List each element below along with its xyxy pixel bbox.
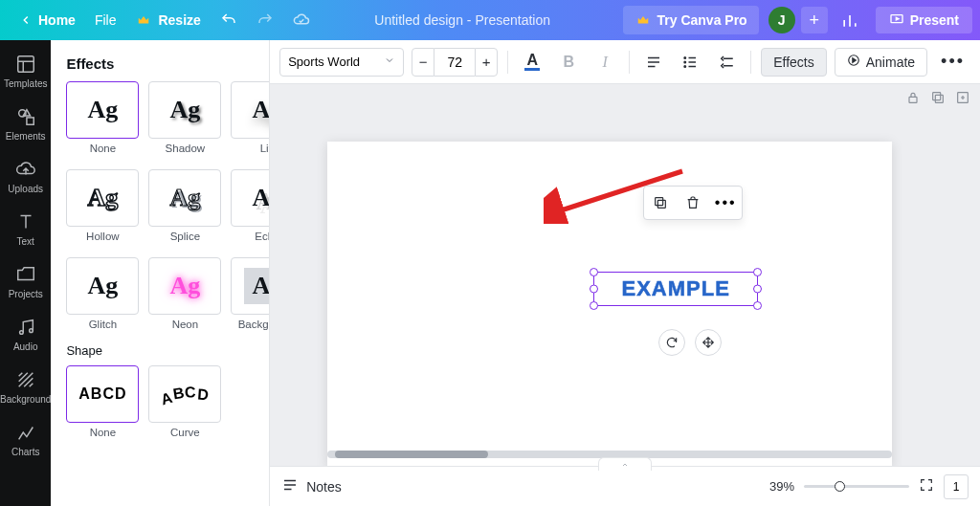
svg-rect-17	[656, 198, 663, 206]
chevron-down-icon	[384, 55, 395, 69]
rail-audio[interactable]: Audio	[0, 309, 51, 362]
font-size-increase[interactable]: +	[475, 48, 498, 77]
home-label: Home	[38, 12, 76, 28]
fullscreen-icon[interactable]	[919, 477, 934, 496]
effect-glitch[interactable]: Ag	[66, 257, 139, 315]
slide[interactable]: ••• EXAMPLE	[327, 142, 892, 466]
svg-rect-4	[27, 118, 33, 124]
svg-point-7	[684, 56, 686, 58]
shape-curve[interactable]: ABCD	[148, 365, 221, 423]
expand-pages-handle[interactable]	[598, 457, 652, 471]
duplicate-button[interactable]	[644, 187, 677, 219]
insights-button[interactable]	[834, 4, 866, 36]
resize-handle-sw[interactable]	[590, 301, 598, 310]
move-button[interactable]	[695, 329, 722, 356]
invite-button[interactable]: +	[801, 7, 828, 33]
zoom-percent[interactable]: 39%	[758, 479, 794, 494]
canvas-viewport[interactable]: ••• EXAMPLE	[270, 84, 980, 466]
svg-marker-1	[896, 17, 899, 20]
duplicate-page-icon[interactable]	[930, 90, 946, 109]
effect-echo[interactable]: Ag	[231, 169, 270, 227]
rail-uploads[interactable]: Uploads	[0, 151, 51, 204]
ellipsis-icon: •••	[715, 194, 737, 211]
effects-panel: Effects Ag None Ag Shadow Ag Lift Ag Hol…	[51, 40, 270, 506]
resize-button[interactable]: Resize	[125, 6, 210, 34]
rail-templates[interactable]: Templates	[0, 46, 51, 99]
svg-point-5	[19, 331, 23, 335]
notes-button[interactable]: Notes	[281, 476, 342, 496]
effect-hollow[interactable]: Ag	[66, 169, 139, 227]
text-color-button[interactable]: A	[518, 48, 546, 77]
font-size-input[interactable]	[434, 48, 475, 77]
cloud-check-icon	[293, 11, 310, 29]
effect-shadow[interactable]: Ag	[148, 81, 221, 139]
crown-icon	[135, 11, 152, 29]
rail-elements[interactable]: Elements	[0, 99, 51, 151]
chevron-left-icon	[17, 11, 34, 29]
try-pro-button[interactable]: Try Canva Pro	[623, 6, 759, 34]
rail-charts[interactable]: Charts	[0, 414, 51, 467]
zoom-thumb[interactable]	[835, 481, 845, 492]
more-button[interactable]: •••	[935, 48, 970, 77]
bold-button[interactable]: B	[554, 48, 583, 77]
document-title[interactable]: Untitled design - Presentation	[374, 12, 550, 28]
avatar[interactable]: J	[768, 7, 795, 33]
present-icon	[889, 12, 904, 28]
shape-section-label: Shape	[66, 343, 254, 358]
panel-title: Effects	[66, 55, 254, 72]
animate-button[interactable]: Animate	[835, 48, 927, 77]
shape-none[interactable]: ABCD	[66, 365, 139, 423]
notes-icon	[281, 476, 299, 496]
resize-handle-w[interactable]	[590, 285, 598, 294]
align-button[interactable]	[639, 48, 668, 77]
text-toolbar: Sports World − + A B I Effects Animate •…	[270, 40, 980, 84]
list-button[interactable]	[676, 48, 704, 77]
cloud-status-button[interactable]	[283, 6, 320, 34]
resize-handle-ne[interactable]	[753, 268, 762, 276]
rail-text[interactable]: Text	[0, 204, 51, 256]
effect-neon[interactable]: Ag	[148, 257, 221, 315]
zoom-control: 39% 1	[758, 474, 969, 499]
scrollbar-thumb[interactable]	[335, 451, 488, 458]
page-count-button[interactable]: 1	[944, 474, 969, 499]
effect-lift[interactable]: Ag	[231, 81, 270, 139]
redo-button[interactable]	[247, 6, 283, 34]
spacing-button[interactable]	[712, 48, 741, 77]
font-family-select[interactable]: Sports World	[279, 48, 404, 77]
svg-rect-12	[909, 97, 917, 102]
svg-point-9	[684, 65, 686, 67]
delete-button[interactable]	[677, 187, 709, 219]
effect-none[interactable]: Ag	[66, 81, 139, 139]
file-menu[interactable]: File	[85, 7, 126, 33]
text-selection[interactable]: EXAMPLE	[593, 272, 758, 306]
svg-rect-2	[17, 56, 33, 73]
effect-splice[interactable]: Ag	[148, 169, 221, 227]
rail-background[interactable]: Background	[0, 362, 51, 414]
add-page-icon[interactable]	[955, 90, 970, 109]
resize-handle-se[interactable]	[753, 301, 762, 310]
svg-rect-13	[935, 95, 943, 102]
bar-chart-icon	[840, 11, 859, 30]
svg-marker-11	[853, 58, 857, 63]
element-more-button[interactable]: •••	[709, 187, 742, 219]
top-bar: Home File Resize Untitled design - Prese…	[0, 0, 980, 40]
italic-button[interactable]: I	[590, 48, 619, 77]
font-size-decrease[interactable]: −	[412, 48, 434, 77]
selected-text[interactable]: EXAMPLE	[622, 276, 730, 301]
resize-handle-e[interactable]	[753, 285, 762, 294]
rotate-button[interactable]	[658, 329, 685, 356]
ellipsis-icon: •••	[941, 52, 965, 72]
svg-rect-16	[658, 200, 666, 208]
lock-icon[interactable]	[905, 90, 921, 109]
effect-background[interactable]: Ag	[231, 257, 270, 315]
effects-button[interactable]: Effects	[761, 48, 827, 77]
rail-projects[interactable]: Projects	[0, 256, 51, 309]
present-button[interactable]: Present	[876, 7, 972, 33]
undo-button[interactable]	[211, 6, 247, 34]
left-rail: Templates Elements Uploads Text Projects…	[0, 40, 51, 506]
resize-handle-nw[interactable]	[590, 268, 598, 276]
crown-icon	[635, 11, 652, 29]
svg-point-6	[29, 329, 33, 333]
home-button[interactable]: Home	[8, 6, 85, 34]
zoom-slider[interactable]	[804, 485, 909, 488]
